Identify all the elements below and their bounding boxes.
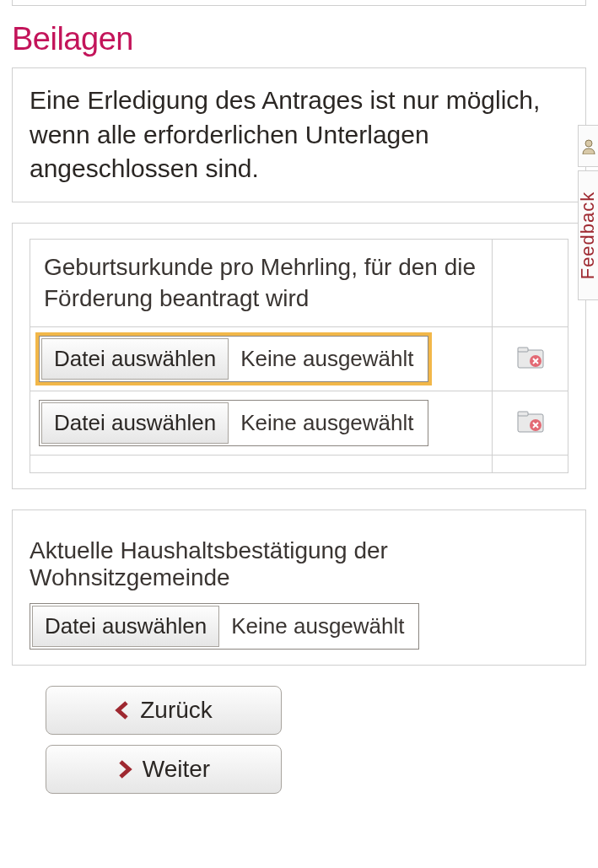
table-row: Datei auswählen Keine ausgewählt (30, 391, 568, 456)
back-button[interactable]: Zurück (46, 686, 282, 735)
section-title: Beilagen (12, 21, 586, 57)
file-input-frame[interactable]: Datei auswählen Keine ausgewählt (39, 400, 428, 446)
svg-rect-1 (518, 348, 528, 352)
next-button[interactable]: Weiter (46, 745, 282, 794)
upload-panel-2-header: Aktuelle Haushaltsbestätigung der Wohnsi… (30, 537, 568, 591)
arrow-right-icon (117, 760, 132, 779)
table-row: Datei auswählen Keine ausgewählt (30, 327, 568, 391)
feedback-label: Feedback (578, 191, 599, 280)
side-tab-feedback[interactable]: Feedback (578, 170, 598, 300)
info-text: Eine Erledigung des Antrages ist nur mög… (30, 84, 568, 186)
svg-rect-4 (518, 412, 528, 416)
choose-file-button[interactable]: Datei auswählen (32, 606, 219, 647)
previous-section-edge (12, 0, 586, 6)
upload-panel-2: Aktuelle Haushaltsbestätigung der Wohnsi… (12, 509, 586, 666)
svg-point-6 (585, 140, 592, 147)
next-button-label: Weiter (143, 756, 210, 783)
nav-buttons: Zurück Weiter (12, 686, 586, 794)
table-footer-row (30, 456, 568, 473)
info-panel: Eine Erledigung des Antrages ist nur mög… (12, 67, 586, 202)
user-icon (580, 137, 597, 154)
upload-table-1-header-action (493, 239, 568, 327)
back-button-label: Zurück (140, 697, 213, 724)
delete-icon[interactable] (517, 347, 544, 372)
file-status: Keine ausgewählt (229, 346, 425, 372)
file-input-frame[interactable]: Datei auswählen Keine ausgewählt (39, 336, 428, 382)
upload-panel-1: Geburtsurkunde pro Mehrling, für den die… (12, 223, 586, 490)
file-status: Keine ausgewählt (229, 410, 425, 436)
upload-table-1-header: Geburtsurkunde pro Mehrling, für den die… (30, 239, 493, 327)
choose-file-button[interactable]: Datei auswählen (41, 402, 229, 444)
upload-table-1: Geburtsurkunde pro Mehrling, für den die… (30, 239, 568, 474)
file-status: Keine ausgewählt (219, 613, 416, 639)
choose-file-button[interactable]: Datei auswählen (41, 338, 229, 380)
arrow-left-icon (115, 701, 130, 720)
delete-icon[interactable] (517, 411, 544, 436)
side-tab-user[interactable] (578, 125, 598, 167)
file-input-frame[interactable]: Datei auswählen Keine ausgewählt (30, 603, 419, 650)
